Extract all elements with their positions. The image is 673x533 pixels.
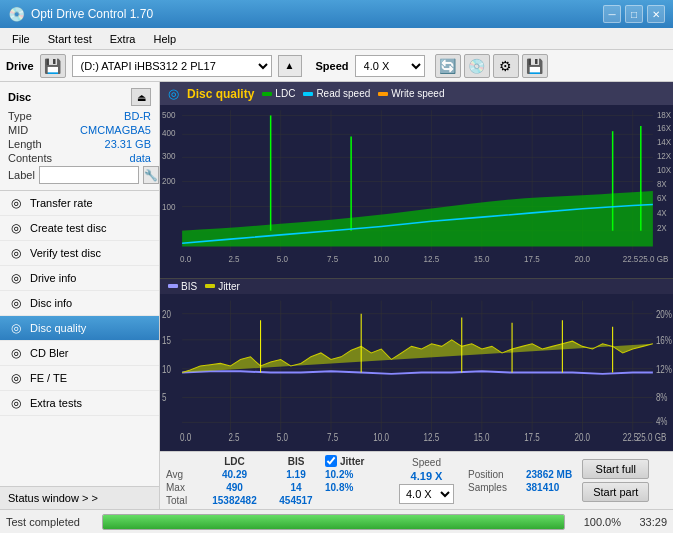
status-text: Test completed <box>6 516 96 528</box>
svg-text:12%: 12% <box>656 363 672 374</box>
ldc-chart-svg: 500 400 300 200 100 18X 16X 14X 12X 10X … <box>160 105 673 278</box>
sidebar-item-label: CD Bler <box>30 347 69 359</box>
settings-icon[interactable]: ⚙ <box>493 54 519 78</box>
svg-text:8%: 8% <box>656 392 668 403</box>
svg-text:14X: 14X <box>657 138 672 147</box>
speed-select[interactable]: 4.0 X <box>355 55 425 77</box>
speed-stat-select[interactable]: 4.0 X <box>399 484 454 504</box>
bis-max: 14 <box>271 482 321 493</box>
disc-title: Disc <box>8 91 31 103</box>
disc-type-label: Type <box>8 110 32 122</box>
sidebar-item-label: FE / TE <box>30 372 67 384</box>
start-part-button[interactable]: Start part <box>582 482 649 502</box>
svg-text:22.5: 22.5 <box>623 255 639 264</box>
disc-label-edit-icon[interactable]: 🔧 <box>143 166 159 184</box>
svg-text:15: 15 <box>162 335 171 346</box>
app-title: Opti Drive Control 1.70 <box>31 7 153 21</box>
disc-info-icon: ◎ <box>8 296 24 310</box>
menu-file[interactable]: File <box>4 31 38 47</box>
stats-table: LDC BIS Jitter Avg 40.29 1.19 10.2% Max … <box>166 455 385 506</box>
svg-text:7.5: 7.5 <box>327 432 338 443</box>
sidebar-item-transfer-rate[interactable]: ◎ Transfer rate <box>0 191 159 216</box>
disc-quality-icon-header: ◎ <box>168 86 179 101</box>
svg-text:16%: 16% <box>656 335 672 346</box>
minimize-button[interactable]: ─ <box>603 5 621 23</box>
nav-items: ◎ Transfer rate ◎ Create test disc ◎ Ver… <box>0 191 159 486</box>
svg-text:2X: 2X <box>657 224 667 233</box>
legend-ldc-label: LDC <box>275 88 295 99</box>
sidebar-item-disc-quality[interactable]: ◎ Disc quality <box>0 316 159 341</box>
disc-quality-header: ◎ Disc quality LDC Read speed Write spee… <box>160 82 673 105</box>
disc-eject-button[interactable]: ⏏ <box>131 88 151 106</box>
transfer-rate-icon: ◎ <box>8 196 24 210</box>
legend-read-dot <box>303 92 313 96</box>
svg-text:12.5: 12.5 <box>424 255 440 264</box>
close-button[interactable]: ✕ <box>647 5 665 23</box>
svg-text:4%: 4% <box>656 416 668 427</box>
svg-text:400: 400 <box>162 129 176 138</box>
legend-read-label: Read speed <box>316 88 370 99</box>
legend-ldc-dot <box>262 92 272 96</box>
jitter-avg: 10.2% <box>325 469 385 480</box>
svg-text:20.0: 20.0 <box>574 255 590 264</box>
sidebar-item-create-test-disc[interactable]: ◎ Create test disc <box>0 216 159 241</box>
sidebar-item-fe-te[interactable]: ◎ FE / TE <box>0 366 159 391</box>
save-icon[interactable]: 💾 <box>522 54 548 78</box>
sidebar-item-label: Disc info <box>30 297 72 309</box>
svg-text:2.5: 2.5 <box>228 432 239 443</box>
status-window-button[interactable]: Status window > > <box>0 486 159 509</box>
svg-text:16X: 16X <box>657 124 672 133</box>
action-buttons: Start full Start part <box>582 459 649 502</box>
menu-extra[interactable]: Extra <box>102 31 144 47</box>
maximize-button[interactable]: □ <box>625 5 643 23</box>
svg-text:5.0: 5.0 <box>277 255 289 264</box>
disc-icon[interactable]: 💿 <box>464 54 490 78</box>
max-label: Max <box>166 482 198 493</box>
sidebar-item-label: Extra tests <box>30 397 82 409</box>
disc-mid-value: CMCMAGBA5 <box>80 124 151 136</box>
status-window-label: Status window > > <box>8 492 98 504</box>
speed-stat-label: Speed <box>412 457 441 468</box>
ldc-total: 15382482 <box>202 495 267 506</box>
disc-length-label: Length <box>8 138 42 150</box>
progress-bar-fill <box>103 515 564 529</box>
drive-bar: Drive 💾 (D:) ATAPI iHBS312 2 PL17 ▲ Spee… <box>0 50 673 82</box>
disc-label-input[interactable] <box>39 166 139 184</box>
drive-select[interactable]: (D:) ATAPI iHBS312 2 PL17 <box>72 55 272 77</box>
drive-label: Drive <box>6 60 34 72</box>
position-label: Position <box>468 469 523 480</box>
ldc-avg: 40.29 <box>202 469 267 480</box>
svg-text:10.0: 10.0 <box>373 432 389 443</box>
disc-label-label: Label <box>8 169 35 181</box>
create-test-disc-icon: ◎ <box>8 221 24 235</box>
start-full-button[interactable]: Start full <box>582 459 649 479</box>
sidebar-item-verify-test-disc[interactable]: ◎ Verify test disc <box>0 241 159 266</box>
eject-button[interactable]: ▲ <box>278 55 302 77</box>
svg-text:300: 300 <box>162 152 176 161</box>
menu-help[interactable]: Help <box>145 31 184 47</box>
jitter-checkbox[interactable] <box>325 455 337 467</box>
sidebar-item-cd-bler[interactable]: ◎ CD Bler <box>0 341 159 366</box>
stats-bar: LDC BIS Jitter Avg 40.29 1.19 10.2% Max … <box>160 451 673 509</box>
bis-legend-dot <box>168 284 178 288</box>
svg-text:20.0: 20.0 <box>574 432 590 443</box>
menu-start-test[interactable]: Start test <box>40 31 100 47</box>
sidebar-item-extra-tests[interactable]: ◎ Extra tests <box>0 391 159 416</box>
disc-contents-value: data <box>130 152 151 164</box>
sidebar-item-disc-info[interactable]: ◎ Disc info <box>0 291 159 316</box>
svg-text:7.5: 7.5 <box>327 255 339 264</box>
refresh-icon[interactable]: 🔄 <box>435 54 461 78</box>
svg-text:18X: 18X <box>657 110 672 119</box>
legend: LDC Read speed Write speed <box>262 88 444 99</box>
sidebar-item-drive-info[interactable]: ◎ Drive info <box>0 266 159 291</box>
jitter-legend-dot <box>205 284 215 288</box>
sidebar-item-label: Disc quality <box>30 322 86 334</box>
sidebar-item-label: Verify test disc <box>30 247 101 259</box>
disc-length-value: 23.31 GB <box>105 138 151 150</box>
position-section: Position 23862 MB Samples 381410 <box>468 469 572 493</box>
svg-text:25.0 GB: 25.0 GB <box>639 255 669 264</box>
app-icon: 💿 <box>8 6 25 22</box>
bis-avg: 1.19 <box>271 469 321 480</box>
svg-text:10: 10 <box>162 363 171 374</box>
disc-quality-icon: ◎ <box>8 321 24 335</box>
